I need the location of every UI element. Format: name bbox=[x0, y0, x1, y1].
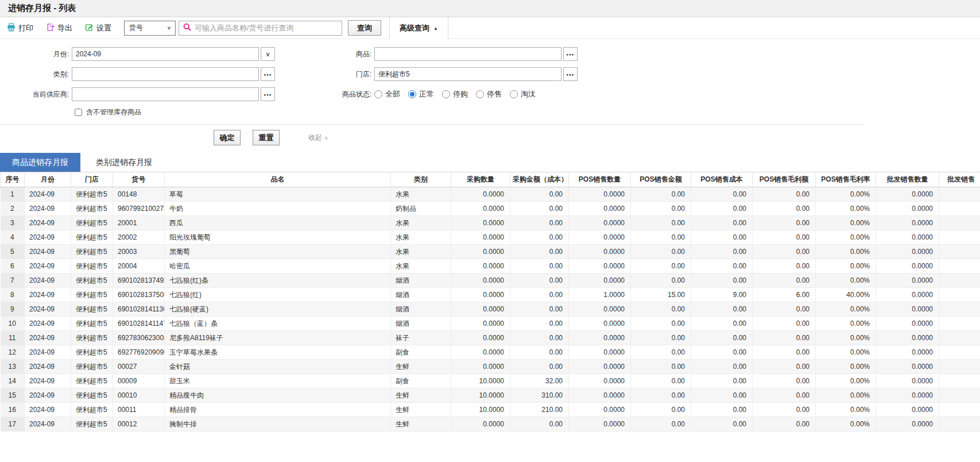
table-row[interactable]: 142024-09便利超市500009甜玉米副食10.000032.000.00… bbox=[1, 374, 980, 388]
cell: 0.0000 bbox=[569, 403, 631, 417]
table-row[interactable]: 102024-09便利超市56901028141147七匹狼（蓝）条烟酒0.00… bbox=[1, 317, 980, 331]
query-button[interactable]: 查询 bbox=[348, 20, 381, 36]
cell: 12 bbox=[1, 345, 25, 360]
cell: 0.00 bbox=[510, 230, 569, 245]
cell: 便利超市5 bbox=[71, 216, 113, 230]
table-row[interactable]: 22024-09便利超市59607992100272牛奶奶制品0.00000.0… bbox=[1, 202, 980, 216]
search-field-select[interactable]: 货号 ∨ bbox=[124, 21, 176, 36]
month-input[interactable] bbox=[72, 47, 259, 61]
table-row[interactable]: 42024-09便利超市520002阳光玫瑰葡萄水果0.00000.000.00… bbox=[1, 230, 980, 245]
product-picker-button[interactable]: ●●● bbox=[563, 47, 578, 61]
cell: 0.00 bbox=[691, 274, 753, 288]
table-row[interactable]: 172024-09便利超市500012腌制牛排生鲜0.00000.000.000… bbox=[1, 417, 980, 432]
cell: 0.00 bbox=[753, 202, 816, 216]
confirm-button[interactable]: 确定 bbox=[214, 130, 241, 145]
search-field-value: 货号 bbox=[129, 23, 143, 33]
category-input[interactable] bbox=[72, 67, 259, 81]
cell: 0.0000 bbox=[569, 245, 631, 259]
cell: 0.00 bbox=[691, 230, 753, 245]
cell: 0.00 bbox=[753, 331, 816, 345]
cell: 便利超市5 bbox=[71, 388, 113, 403]
cell: 7 bbox=[1, 274, 25, 288]
supplier-input[interactable] bbox=[72, 87, 259, 101]
radio-icon bbox=[476, 90, 484, 98]
settings-button[interactable]: 设置 bbox=[85, 23, 111, 33]
cell: 00010 bbox=[113, 388, 165, 403]
cell: 便利超市5 bbox=[71, 302, 113, 317]
print-button[interactable]: 打印 bbox=[7, 23, 33, 33]
table-row[interactable]: 62024-09便利超市520004哈密瓜水果0.00000.000.00000… bbox=[1, 259, 980, 274]
include-unmanaged-checkbox[interactable] bbox=[75, 109, 82, 116]
cell: 0.00 bbox=[510, 259, 569, 274]
table-row[interactable]: 162024-09便利超市500011精品排骨生鲜10.0000210.000.… bbox=[1, 403, 980, 417]
cell: 水果 bbox=[391, 245, 451, 259]
cell: 0.00 bbox=[753, 302, 816, 317]
status-options: 全部正常停购停售淘汰 bbox=[374, 89, 536, 99]
table-row[interactable]: 152024-09便利超市500010精品瘦牛肉生鲜10.0000310.000… bbox=[1, 388, 980, 403]
cell: 20001 bbox=[113, 216, 165, 230]
tab-bar: 商品进销存月报类别进销存月报 bbox=[0, 153, 980, 172]
status-radio-2[interactable]: 停购 bbox=[442, 89, 468, 99]
cell: 16 bbox=[1, 403, 25, 417]
cell bbox=[939, 288, 980, 302]
cell: 20004 bbox=[113, 259, 165, 274]
table-row[interactable]: 92024-09便利超市56901028141130七匹狼(硬蓝)烟酒0.000… bbox=[1, 302, 980, 317]
cell: 草莓 bbox=[165, 187, 391, 202]
cell bbox=[939, 202, 980, 216]
cell bbox=[939, 374, 980, 388]
collapse-link[interactable]: 收起 ∧ bbox=[308, 133, 328, 143]
store-picker-button[interactable]: ●●● bbox=[563, 67, 578, 81]
cell: 便利超市5 bbox=[71, 187, 113, 202]
reset-button[interactable]: 重置 bbox=[253, 130, 280, 145]
status-radio-1[interactable]: 正常 bbox=[408, 89, 434, 99]
cell: 0.0000 bbox=[451, 216, 510, 230]
store-input[interactable] bbox=[374, 67, 561, 81]
search-input[interactable] bbox=[195, 24, 338, 32]
cell: 0.0000 bbox=[569, 187, 631, 202]
table-row[interactable]: 132024-09便利超市500027金针菇生鲜0.00000.000.0000… bbox=[1, 360, 980, 374]
toolbar: 打印 导出 设置 货号 ∨ 查询 bbox=[0, 17, 980, 39]
cell: 0.00 bbox=[691, 202, 753, 216]
supplier-picker-button[interactable]: ●●● bbox=[261, 87, 275, 101]
cell: 6 bbox=[1, 259, 25, 274]
cell: 2024-09 bbox=[25, 245, 71, 259]
cell: 32.00 bbox=[510, 374, 569, 388]
cell: 0.00 bbox=[691, 187, 753, 202]
table-row[interactable]: 112024-09便利超市56927830623008尼多熊A8119袜子袜子0… bbox=[1, 331, 980, 345]
tab-1[interactable]: 类别进销存月报 bbox=[80, 153, 168, 172]
cell: 0.00 bbox=[510, 345, 569, 360]
cell: 烟酒 bbox=[391, 288, 451, 302]
cell: 袜子 bbox=[391, 331, 451, 345]
cell: 阳光玫瑰葡萄 bbox=[165, 230, 391, 245]
cell: 甜玉米 bbox=[165, 374, 391, 388]
cell: 生鲜 bbox=[391, 417, 451, 432]
table-row[interactable]: 82024-09便利超市56901028137508七匹狼(红)烟酒0.0000… bbox=[1, 288, 980, 302]
table-row[interactable]: 72024-09便利超市56901028137492七匹狼(红)条烟酒0.000… bbox=[1, 274, 980, 288]
product-input[interactable] bbox=[374, 47, 561, 61]
export-button[interactable]: 导出 bbox=[46, 23, 72, 33]
cell: 10 bbox=[1, 317, 25, 331]
tab-0[interactable]: 商品进销存月报 bbox=[0, 153, 80, 172]
cell: 0.00 bbox=[631, 259, 691, 274]
cell: 0.00 bbox=[631, 230, 691, 245]
col-header: 类别 bbox=[391, 172, 451, 187]
status-radio-0[interactable]: 全部 bbox=[374, 89, 400, 99]
cell: 0.00 bbox=[510, 216, 569, 230]
cell: 精品排骨 bbox=[165, 403, 391, 417]
cell bbox=[939, 274, 980, 288]
category-picker-button[interactable]: ●●● bbox=[261, 67, 275, 81]
table-row[interactable]: 122024-09便利超市56927769209090玉宁草莓水果条副食0.00… bbox=[1, 345, 980, 360]
cell: 00148 bbox=[113, 187, 165, 202]
table-row[interactable]: 12024-09便利超市500148草莓水果0.00000.000.00000.… bbox=[1, 187, 980, 202]
table-row[interactable]: 52024-09便利超市520003黑葡萄水果0.00000.000.00000… bbox=[1, 245, 980, 259]
table-row[interactable]: 32024-09便利超市520001西瓜水果0.00000.000.00000.… bbox=[1, 216, 980, 230]
cell: 0.00 bbox=[753, 274, 816, 288]
status-radio-3[interactable]: 停售 bbox=[476, 89, 502, 99]
col-header: 货号 bbox=[113, 172, 165, 187]
advanced-query-toggle[interactable]: 高级查询 ▲ bbox=[389, 17, 448, 39]
cell: 2024-09 bbox=[25, 417, 71, 432]
col-header: 批发销售数量 bbox=[876, 172, 939, 187]
month-dropdown-button[interactable]: ∨ bbox=[261, 47, 275, 61]
cell: 0.00% bbox=[816, 187, 876, 202]
status-radio-4[interactable]: 淘汰 bbox=[510, 89, 536, 99]
